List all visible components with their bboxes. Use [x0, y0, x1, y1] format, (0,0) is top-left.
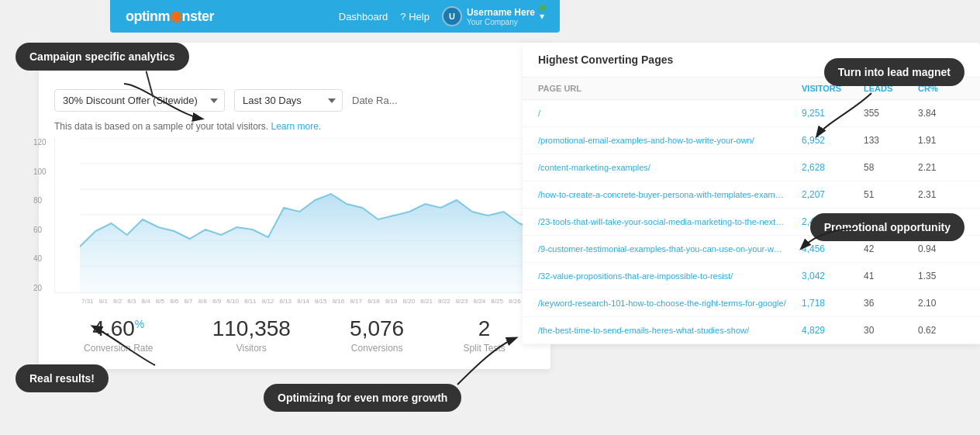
date-range-label: Date Ra...	[352, 95, 398, 106]
percent-icon: %	[135, 318, 144, 330]
leads-cell: 30	[864, 325, 918, 336]
cr-cell: 1.35	[918, 271, 964, 281]
analytics-chart: 120 100 80 60 40 20	[54, 138, 535, 293]
campaign-select[interactable]: 30% Discount Offer (Sitewide)	[54, 89, 225, 112]
stat-conversions: 5,076 Conversions	[350, 316, 404, 354]
leads-cell: 51	[864, 189, 918, 200]
chevron-down-icon: ▾	[540, 11, 544, 22]
page-url-link[interactable]: /32-value-propositions-that-are-impossib…	[538, 271, 786, 281]
table-row[interactable]: /the-best-time-to-send-emails-heres-what…	[523, 317, 980, 344]
online-indicator	[540, 5, 546, 11]
cr-cell: 1.91	[918, 135, 964, 146]
page-url-link[interactable]: /how-to-create-a-concrete-buyer-persona-…	[538, 190, 786, 199]
table-row[interactable]: /keyword-research-101-how-to-choose-the-…	[523, 290, 980, 317]
y-axis-labels: 120 100 80 60 40 20	[33, 138, 47, 292]
main-header: optinm◉nster Dashboard ? Help U Username…	[110, 0, 560, 33]
promotional-opportunity-callout: Promotional opportunity	[810, 213, 964, 241]
visitors-cell: 9,251	[802, 108, 864, 119]
stat-conversion-rate: 4.60% Conversion Rate	[84, 316, 153, 354]
leads-cell: 36	[864, 298, 918, 309]
learn-more-link[interactable]: Learn more.	[271, 121, 321, 132]
page-url-link[interactable]: /content-marketing-examples/	[538, 163, 786, 172]
leads-cell: 42	[864, 243, 918, 254]
user-menu[interactable]: U Username Here Your Company ▾	[442, 6, 544, 26]
real-results-callout: Real results!	[16, 364, 109, 392]
stats-row: 4.60% Conversion Rate 110,358 Visitors 5…	[54, 309, 535, 354]
visitors-cell: 2,628	[802, 162, 864, 173]
visitors-cell: 2,207	[802, 189, 864, 200]
chart-svg	[80, 138, 535, 293]
stat-visitors: 110,358 Visitors	[212, 316, 291, 354]
page-url-link[interactable]: /23-tools-that-will-take-your-social-med…	[538, 217, 786, 226]
visitors-value: 110,358	[212, 316, 291, 341]
dashboard-link[interactable]: Dashboard	[339, 11, 388, 22]
cr-cell: 0.94	[918, 243, 964, 254]
visitors-cell: 4,829	[802, 325, 864, 336]
split-tests-label: Split Tests	[463, 343, 505, 354]
page-url-link[interactable]: /9-customer-testimonial-examples-that-yo…	[538, 244, 786, 254]
table-row[interactable]: / 9,251 355 3.84	[523, 100, 980, 127]
visitors-label: Visitors	[212, 343, 291, 354]
cr-cell: 3.84	[918, 108, 964, 119]
leads-cell: 58	[864, 162, 918, 173]
page-url-link[interactable]: /keyword-research-101-how-to-choose-the-…	[538, 299, 786, 308]
conversions-value: 5,076	[350, 316, 404, 341]
conversion-rate-label: Conversion Rate	[84, 343, 153, 354]
x-axis-labels: 7/318/18/28/38/48/58/68/78/88/98/108/118…	[80, 298, 535, 305]
highest-converting-panel: Highest Converting Pages Page URL Visito…	[523, 43, 980, 344]
conversions-label: Conversions	[350, 343, 404, 354]
period-select[interactable]: Last 30 Days	[234, 89, 343, 112]
campaign-analytics-callout: Campaign specific analytics	[16, 43, 189, 71]
cr-cell: 2.31	[918, 189, 964, 200]
sample-notice: This data is based on a sample of your t…	[54, 121, 535, 132]
cr-cell: 2.21	[918, 162, 964, 173]
username-display: Username Here Your Company	[467, 7, 535, 26]
conversion-rate-value: 4.60%	[84, 316, 153, 341]
table-row[interactable]: /how-to-create-a-concrete-buyer-persona-…	[523, 181, 980, 209]
leads-cell: 41	[864, 271, 918, 281]
visitors-cell: 6,952	[802, 135, 864, 146]
cr-cell: 2.10	[918, 298, 964, 309]
col-page-url: Page URL	[538, 84, 802, 93]
stat-split-tests: 2 Split Tests	[463, 316, 505, 354]
leads-cell: 355	[864, 108, 918, 119]
help-link[interactable]: ? Help	[400, 11, 430, 22]
nav: Dashboard ? Help U Username Here Your Co…	[339, 6, 544, 26]
visitors-cell: 3,042	[802, 271, 864, 281]
analytics-panel: 30% Discount Offer (Sitewide) Last 30 Da…	[39, 43, 550, 369]
split-tests-value: 2	[463, 316, 505, 341]
visitors-cell: 1,718	[802, 298, 864, 309]
logo: optinm◉nster	[126, 8, 214, 25]
filters-row: 30% Discount Offer (Sitewide) Last 30 Da…	[54, 89, 535, 112]
visitors-cell: 4,456	[802, 243, 864, 254]
table-row[interactable]: /32-value-propositions-that-are-impossib…	[523, 263, 980, 290]
optimizing-callout: Optimizing for even more growth	[264, 384, 461, 412]
logo-monster: ◉	[170, 9, 182, 24]
avatar: U	[442, 6, 462, 26]
table-row[interactable]: /content-marketing-examples/ 2,628 58 2.…	[523, 154, 980, 181]
table-row[interactable]: /promotional-email-examples-and-how-to-w…	[523, 127, 980, 154]
leads-cell: 133	[864, 135, 918, 146]
page-url-link[interactable]: /the-best-time-to-send-emails-heres-what…	[538, 326, 786, 335]
page-url-link[interactable]: /promotional-email-examples-and-how-to-w…	[538, 136, 786, 145]
page-url-link[interactable]: /	[538, 109, 786, 118]
lead-magnet-callout: Turn into lead magnet	[824, 58, 964, 86]
cr-cell: 0.62	[918, 325, 964, 336]
